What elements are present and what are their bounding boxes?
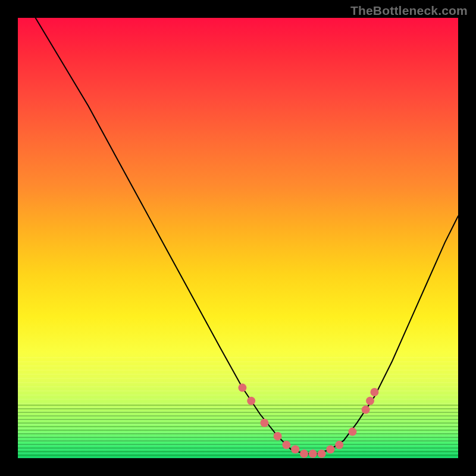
sample-marker xyxy=(318,450,326,458)
sample-marker xyxy=(309,450,317,458)
sample-marker xyxy=(260,419,268,427)
chart-frame: TheBottleneck.com xyxy=(0,0,476,476)
sample-marker xyxy=(348,428,356,436)
sample-markers xyxy=(238,384,378,458)
sample-marker xyxy=(291,445,299,453)
bottleneck-curve-svg xyxy=(18,18,458,458)
plot-area xyxy=(18,18,458,458)
bottleneck-curve-path xyxy=(36,18,458,454)
watermark-text: TheBottleneck.com xyxy=(350,4,468,18)
sample-marker xyxy=(326,445,334,453)
sample-marker xyxy=(274,432,282,440)
sample-marker xyxy=(335,441,343,449)
sample-marker xyxy=(247,397,255,405)
sample-marker xyxy=(362,406,370,414)
sample-marker xyxy=(366,397,374,405)
sample-marker xyxy=(370,388,378,396)
sample-marker xyxy=(238,384,246,392)
sample-marker xyxy=(282,441,290,449)
sample-marker xyxy=(300,450,308,458)
